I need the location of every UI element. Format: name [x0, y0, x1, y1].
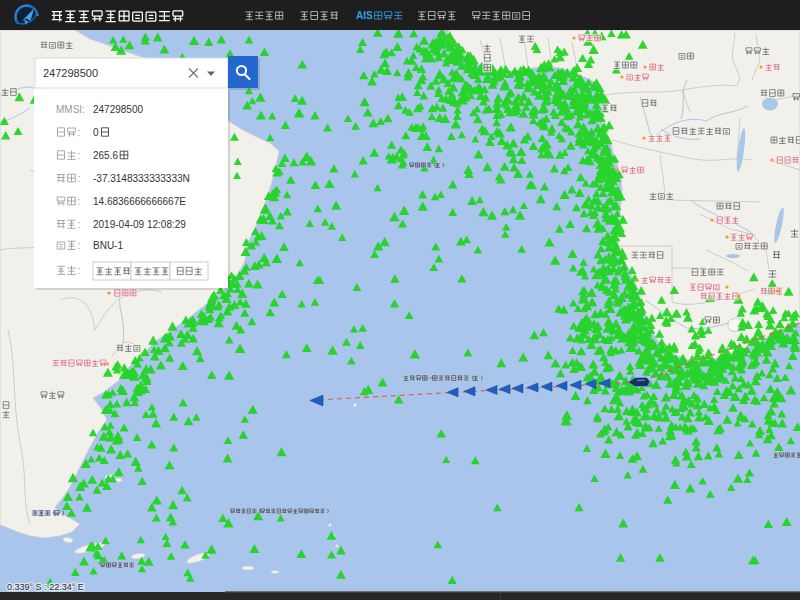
- svg-text::: :: [78, 150, 81, 161]
- svg-text:BNU-1: BNU-1: [93, 240, 123, 251]
- svg-text:2019-04-09 12:08:29: 2019-04-09 12:08:29: [93, 219, 186, 230]
- svg-text::: :: [78, 265, 81, 276]
- svg-text:14.6836666666667E: 14.6836666666667E: [93, 196, 186, 207]
- svg-text::: :: [78, 196, 81, 207]
- svg-text::: :: [78, 240, 81, 251]
- svg-text::: :: [78, 173, 81, 184]
- svg-text:MMSI:: MMSI:: [56, 104, 85, 115]
- svg-text:AIS: AIS: [356, 10, 373, 21]
- svg-text::: :: [78, 127, 81, 138]
- svg-text:265.6: 265.6: [93, 150, 118, 161]
- svg-text::: :: [78, 219, 81, 230]
- svg-text:-37.3148333333333N: -37.3148333333333N: [93, 173, 190, 184]
- svg-text:0.339° S : 22.34° E: 0.339° S : 22.34° E: [7, 582, 84, 592]
- svg-text:0: 0: [93, 127, 99, 138]
- svg-text:247298500: 247298500: [43, 67, 98, 79]
- svg-text:247298500: 247298500: [93, 104, 143, 115]
